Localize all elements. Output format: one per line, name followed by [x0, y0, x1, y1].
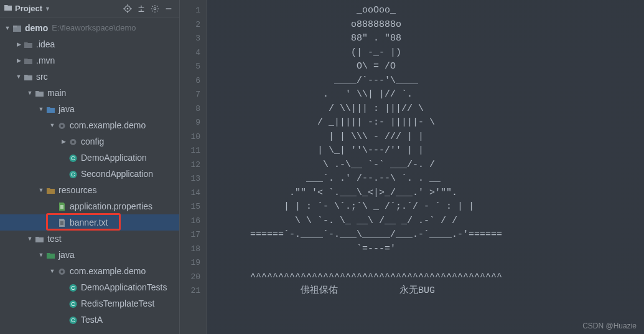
folder-icon: [34, 88, 45, 98]
line-number: 2: [180, 18, 207, 32]
tree-arrow-expanded[interactable]: ▼: [4, 20, 11, 36]
module-icon: [11, 24, 22, 33]
tree-arrow-expanded[interactable]: ▼: [49, 263, 56, 279]
tree-item-main[interactable]: ▼main: [0, 85, 179, 101]
svg-point-2: [154, 7, 156, 10]
line-number: 19: [180, 256, 207, 270]
package-icon: [56, 267, 67, 276]
line-number: 20: [180, 270, 207, 285]
folder-dim-icon: [22, 56, 34, 65]
tool-window-header: Project ▼: [0, 0, 179, 17]
svg-text:C: C: [71, 317, 75, 323]
line-number: 13: [180, 172, 207, 186]
line-number: 7: [180, 88, 207, 102]
class-icon: C: [67, 153, 78, 163]
project-view-selector[interactable]: Project ▼: [4, 3, 121, 14]
tree-item-demoapplication[interactable]: CDemoApplication: [0, 150, 179, 166]
editor[interactable]: _ooOoo_ o8888888o 88" . "88 (| -_- |) O\…: [207, 0, 644, 334]
locate-button[interactable]: [121, 2, 134, 16]
tree-item-testa[interactable]: CTestA: [0, 312, 179, 328]
tree-item-label: application.properties: [70, 198, 152, 214]
line-number: 6: [180, 74, 207, 88]
tree-arrow-expanded[interactable]: ▼: [15, 69, 22, 85]
line-number: 5: [180, 60, 207, 74]
tree-item-demoapplicationtests[interactable]: CDemoApplicationTests: [0, 279, 179, 295]
tree-arrow-expanded[interactable]: ▼: [37, 182, 45, 198]
tree-item-label: banner.txt: [70, 214, 108, 231]
svg-point-1: [127, 7, 129, 9]
line-number: 8: [180, 102, 207, 117]
svg-text:C: C: [71, 155, 75, 161]
svg-text:C: C: [71, 285, 75, 291]
tree-item-label: resources: [58, 182, 96, 198]
tree-item-label: src: [36, 69, 48, 85]
package-icon: [67, 137, 78, 146]
props-icon: [56, 202, 67, 211]
tree-item-label: com.example.demo: [70, 263, 146, 279]
banner-content: _ooOoo_ o8888888o 88" . "88 (| -_- |) O\…: [207, 4, 644, 298]
tree-item-banner-txt[interactable]: banner.txt: [0, 214, 179, 231]
chevron-down-icon: ▼: [45, 6, 50, 12]
tree-arrow-expanded[interactable]: ▼: [26, 85, 34, 101]
tree-item-label: .mvn: [36, 52, 55, 69]
tree-arrow-expanded[interactable]: ▼: [49, 117, 56, 133]
folder-icon: [4, 3, 12, 14]
svg-point-6: [60, 125, 63, 127]
line-number: 21: [180, 284, 207, 298]
tree-item-label: DemoApplicationTests: [81, 279, 167, 295]
tree-arrow-collapsed[interactable]: ▶: [60, 133, 67, 150]
ide-root: Project ▼ ▼demoE:\fleaworkspace\demo▶.id…: [0, 0, 644, 334]
tree-item-label: SecondApplication: [81, 166, 153, 182]
tree-item--idea[interactable]: ▶.idea: [0, 36, 179, 52]
line-number: 12: [180, 158, 207, 173]
folder-res-icon: [45, 186, 56, 195]
tree-arrow-collapsed[interactable]: ▶: [15, 52, 22, 69]
tree-item-label: main: [47, 85, 66, 101]
svg-point-8: [72, 141, 74, 143]
tree-item--mvn[interactable]: ▶.mvn: [0, 52, 179, 69]
line-number: 14: [180, 186, 207, 201]
tree-arrow-expanded[interactable]: ▼: [37, 247, 45, 263]
line-number: 16: [180, 214, 207, 229]
tree-item-com-example-demo[interactable]: ▼com.example.demo: [0, 263, 179, 279]
line-number: 10: [180, 130, 207, 145]
tree-arrow-collapsed[interactable]: ▶: [15, 36, 22, 52]
settings-button[interactable]: [148, 2, 162, 16]
tree-item-label: java: [58, 101, 75, 117]
tree-item-test[interactable]: ▼test: [0, 231, 179, 247]
class-icon: C: [67, 315, 78, 325]
tree-item-label: DemoApplication: [81, 150, 147, 166]
tree-item-application-properties[interactable]: application.properties: [0, 198, 179, 214]
tree-item-label: RedisTemplateTest: [81, 295, 154, 312]
svg-point-14: [60, 270, 63, 273]
tree-item-java[interactable]: ▼java: [0, 247, 179, 263]
tree-item-src[interactable]: ▼src: [0, 69, 179, 85]
folder-icon: [34, 234, 45, 244]
line-number: 11: [180, 144, 207, 158]
tree-arrow-expanded[interactable]: ▼: [37, 101, 45, 117]
tree-item-com-example-demo[interactable]: ▼com.example.demo: [0, 117, 179, 133]
line-number: 9: [180, 116, 207, 130]
tree-item-label: test: [47, 231, 62, 247]
tree-arrow-expanded[interactable]: ▼: [26, 231, 34, 247]
line-number: 4: [180, 46, 207, 60]
tree-item-redistemplatetest[interactable]: CRedisTemplateTest: [0, 295, 179, 312]
editor-gutter: 123456789101112131415161718192021: [179, 0, 207, 334]
tree-item-demo[interactable]: ▼demoE:\fleaworkspace\demo: [0, 20, 179, 36]
hide-button[interactable]: [162, 2, 175, 16]
collapse-all-button[interactable]: [134, 2, 148, 16]
tool-window-title: Project: [15, 4, 42, 13]
class-icon: C: [67, 169, 78, 179]
tree-item-resources[interactable]: ▼resources: [0, 182, 179, 198]
line-number: 15: [180, 200, 207, 214]
folder-src-icon: [45, 105, 56, 114]
package-icon: [56, 121, 67, 130]
svg-text:C: C: [71, 301, 75, 307]
tree-item-java[interactable]: ▼java: [0, 101, 179, 117]
file-icon: [56, 218, 67, 227]
tree-item-config[interactable]: ▶config: [0, 133, 179, 150]
project-tree[interactable]: ▼demoE:\fleaworkspace\demo▶.idea▶.mvn▼sr…: [0, 17, 179, 334]
tree-item-secondapplication[interactable]: CSecondApplication: [0, 166, 179, 182]
svg-rect-4: [13, 26, 17, 27]
watermark: CSDN @Huazie: [582, 322, 637, 330]
